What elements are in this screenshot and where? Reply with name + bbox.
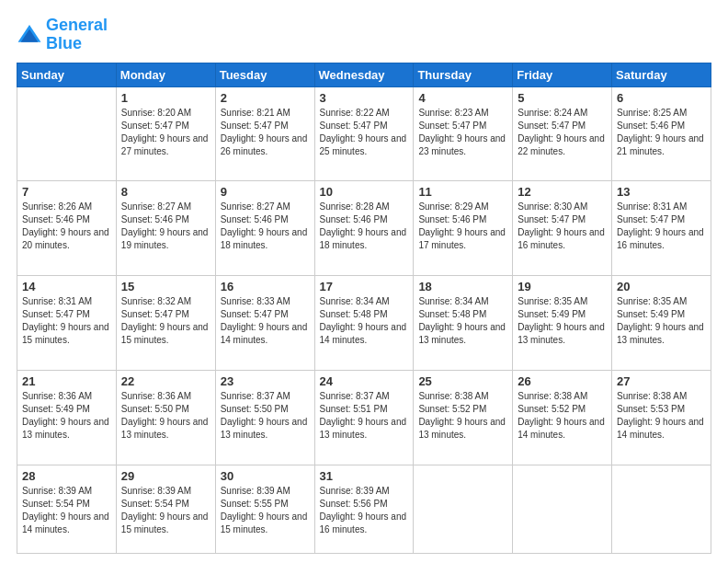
day-number: 12: [518, 185, 607, 199]
day-info: Sunrise: 8:25 AMSunset: 5:46 PMDaylight:…: [617, 107, 706, 158]
day-info: Sunrise: 8:23 AMSunset: 5:47 PMDaylight:…: [418, 107, 507, 158]
day-info: Sunrise: 8:31 AMSunset: 5:47 PMDaylight:…: [22, 295, 111, 347]
day-info: Sunrise: 8:21 AMSunset: 5:47 PMDaylight:…: [221, 107, 310, 158]
calendar-cell: 18Sunrise: 8:34 AMSunset: 5:48 PMDayligh…: [414, 276, 513, 371]
day-info: Sunrise: 8:38 AMSunset: 5:52 PMDaylight:…: [418, 390, 507, 442]
weekday-header-tuesday: Tuesday: [215, 63, 314, 86]
day-info: Sunrise: 8:37 AMSunset: 5:51 PMDaylight:…: [320, 390, 409, 442]
day-number: 13: [617, 185, 706, 199]
calendar-cell: 27Sunrise: 8:38 AMSunset: 5:53 PMDayligh…: [612, 371, 711, 465]
day-number: 19: [518, 280, 607, 293]
calendar-cell: [612, 465, 711, 554]
day-info: Sunrise: 8:36 AMSunset: 5:49 PMDaylight:…: [22, 390, 111, 442]
weekday-header-saturday: Saturday: [612, 63, 711, 86]
calendar-cell: 6Sunrise: 8:25 AMSunset: 5:46 PMDaylight…: [612, 86, 711, 181]
calendar-cell: 26Sunrise: 8:38 AMSunset: 5:52 PMDayligh…: [513, 371, 612, 465]
day-info: Sunrise: 8:26 AMSunset: 5:46 PMDaylight:…: [22, 201, 111, 252]
day-info: Sunrise: 8:39 AMSunset: 5:56 PMDaylight:…: [320, 485, 409, 536]
day-number: 25: [418, 374, 507, 388]
calendar-cell: 12Sunrise: 8:30 AMSunset: 5:47 PMDayligh…: [513, 181, 612, 276]
day-info: Sunrise: 8:32 AMSunset: 5:47 PMDaylight:…: [121, 295, 210, 347]
day-info: Sunrise: 8:27 AMSunset: 5:46 PMDaylight:…: [221, 201, 310, 252]
day-number: 17: [320, 280, 409, 293]
day-number: 29: [121, 469, 210, 483]
calendar-cell: 22Sunrise: 8:36 AMSunset: 5:50 PMDayligh…: [116, 371, 215, 465]
calendar-cell: 30Sunrise: 8:39 AMSunset: 5:55 PMDayligh…: [215, 465, 314, 554]
weekday-header-row: SundayMondayTuesdayWednesdayThursdayFrid…: [17, 63, 711, 86]
day-info: Sunrise: 8:35 AMSunset: 5:49 PMDaylight:…: [518, 295, 607, 347]
day-number: 4: [418, 91, 507, 105]
day-info: Sunrise: 8:39 AMSunset: 5:54 PMDaylight:…: [22, 485, 111, 536]
day-info: Sunrise: 8:20 AMSunset: 5:47 PMDaylight:…: [121, 107, 210, 158]
day-number: 1: [121, 91, 210, 105]
calendar-cell: 24Sunrise: 8:37 AMSunset: 5:51 PMDayligh…: [314, 371, 414, 465]
calendar-table: SundayMondayTuesdayWednesdayThursdayFrid…: [17, 63, 711, 554]
day-info: Sunrise: 8:37 AMSunset: 5:50 PMDaylight:…: [221, 390, 310, 442]
day-info: Sunrise: 8:30 AMSunset: 5:47 PMDaylight:…: [518, 201, 607, 252]
day-number: 3: [320, 91, 409, 105]
calendar-cell: 4Sunrise: 8:23 AMSunset: 5:47 PMDaylight…: [414, 86, 513, 181]
day-number: 2: [221, 91, 310, 105]
calendar-cell: 16Sunrise: 8:33 AMSunset: 5:47 PMDayligh…: [215, 276, 314, 371]
day-info: Sunrise: 8:36 AMSunset: 5:50 PMDaylight:…: [121, 390, 210, 442]
calendar-cell: 9Sunrise: 8:27 AMSunset: 5:46 PMDaylight…: [215, 181, 314, 276]
calendar-cell: 29Sunrise: 8:39 AMSunset: 5:54 PMDayligh…: [116, 465, 215, 554]
calendar-cell: 25Sunrise: 8:38 AMSunset: 5:52 PMDayligh…: [414, 371, 513, 465]
week-row-4: 28Sunrise: 8:39 AMSunset: 5:54 PMDayligh…: [17, 465, 711, 554]
day-info: Sunrise: 8:31 AMSunset: 5:47 PMDaylight:…: [617, 201, 706, 252]
week-row-1: 7Sunrise: 8:26 AMSunset: 5:46 PMDaylight…: [17, 181, 711, 276]
calendar-cell: 15Sunrise: 8:32 AMSunset: 5:47 PMDayligh…: [116, 276, 215, 371]
weekday-header-friday: Friday: [513, 63, 612, 86]
calendar-cell: 3Sunrise: 8:22 AMSunset: 5:47 PMDaylight…: [314, 86, 414, 181]
day-number: 11: [418, 185, 507, 199]
day-info: Sunrise: 8:34 AMSunset: 5:48 PMDaylight:…: [418, 295, 507, 347]
calendar-cell: 31Sunrise: 8:39 AMSunset: 5:56 PMDayligh…: [314, 465, 414, 554]
day-number: 8: [121, 185, 210, 199]
day-info: Sunrise: 8:24 AMSunset: 5:47 PMDaylight:…: [518, 107, 607, 158]
weekday-header-wednesday: Wednesday: [314, 63, 414, 86]
calendar-cell: 1Sunrise: 8:20 AMSunset: 5:47 PMDaylight…: [116, 86, 215, 181]
day-number: 15: [121, 280, 210, 293]
day-info: Sunrise: 8:33 AMSunset: 5:47 PMDaylight:…: [221, 295, 310, 347]
day-number: 22: [121, 374, 210, 388]
day-number: 30: [221, 469, 310, 483]
day-number: 20: [617, 280, 706, 293]
day-number: 7: [22, 185, 111, 199]
day-number: 10: [320, 185, 409, 199]
week-row-3: 21Sunrise: 8:36 AMSunset: 5:49 PMDayligh…: [17, 371, 711, 465]
header: General Blue: [17, 17, 711, 53]
day-number: 21: [22, 374, 111, 388]
calendar-cell: 23Sunrise: 8:37 AMSunset: 5:50 PMDayligh…: [215, 371, 314, 465]
weekday-header-monday: Monday: [116, 63, 215, 86]
calendar-cell: 20Sunrise: 8:35 AMSunset: 5:49 PMDayligh…: [612, 276, 711, 371]
week-row-2: 14Sunrise: 8:31 AMSunset: 5:47 PMDayligh…: [17, 276, 711, 371]
day-number: 5: [518, 91, 607, 105]
day-info: Sunrise: 8:38 AMSunset: 5:52 PMDaylight:…: [518, 390, 607, 442]
day-number: 31: [320, 469, 409, 483]
calendar-cell: 8Sunrise: 8:27 AMSunset: 5:46 PMDaylight…: [116, 181, 215, 276]
calendar-cell: 5Sunrise: 8:24 AMSunset: 5:47 PMDaylight…: [513, 86, 612, 181]
logo: General Blue: [17, 17, 108, 53]
calendar-cell: 19Sunrise: 8:35 AMSunset: 5:49 PMDayligh…: [513, 276, 612, 371]
calendar-cell: 28Sunrise: 8:39 AMSunset: 5:54 PMDayligh…: [17, 465, 117, 554]
day-number: 27: [617, 374, 706, 388]
calendar-cell: [414, 465, 513, 554]
day-number: 9: [221, 185, 310, 199]
logo-icon: [17, 22, 42, 48]
calendar-cell: 13Sunrise: 8:31 AMSunset: 5:47 PMDayligh…: [612, 181, 711, 276]
day-info: Sunrise: 8:38 AMSunset: 5:53 PMDaylight:…: [617, 390, 706, 442]
day-number: 24: [320, 374, 409, 388]
calendar-cell: 10Sunrise: 8:28 AMSunset: 5:46 PMDayligh…: [314, 181, 414, 276]
calendar-cell: 17Sunrise: 8:34 AMSunset: 5:48 PMDayligh…: [314, 276, 414, 371]
calendar-cell: 11Sunrise: 8:29 AMSunset: 5:46 PMDayligh…: [414, 181, 513, 276]
day-info: Sunrise: 8:34 AMSunset: 5:48 PMDaylight:…: [320, 295, 409, 347]
day-number: 16: [221, 280, 310, 293]
calendar-cell: 14Sunrise: 8:31 AMSunset: 5:47 PMDayligh…: [17, 276, 117, 371]
day-info: Sunrise: 8:39 AMSunset: 5:55 PMDaylight:…: [221, 485, 310, 536]
calendar-cell: 7Sunrise: 8:26 AMSunset: 5:46 PMDaylight…: [17, 181, 117, 276]
calendar-cell: 2Sunrise: 8:21 AMSunset: 5:47 PMDaylight…: [215, 86, 314, 181]
page: General Blue SundayMondayTuesdayWednesda…: [0, 0, 728, 563]
day-number: 23: [221, 374, 310, 388]
weekday-header-thursday: Thursday: [414, 63, 513, 86]
day-number: 6: [617, 91, 706, 105]
